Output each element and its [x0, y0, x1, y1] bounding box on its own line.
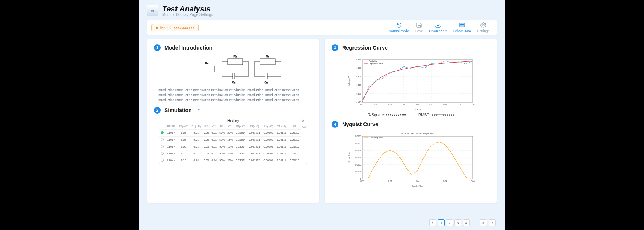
test-id-chip[interactable]: Test ID: xxxxxxxxxxx — [151, 24, 199, 31]
circuit-r3-label: R₃ — [266, 55, 269, 58]
row-radio[interactable] — [161, 131, 164, 134]
history-icon[interactable]: ↻ — [197, 108, 201, 113]
history-panel: History ✕ RMSER1(mΩ)C1(mF)R2C2R2C2R1(mΩ)… — [159, 117, 307, 164]
row-radio[interactable] — [161, 138, 164, 141]
rsq-value: xxxxxxxxxxx — [386, 113, 407, 117]
section-1-header: 1 Model Introduction — [154, 44, 312, 51]
page-button[interactable]: 4 — [463, 219, 470, 226]
svg-text:0.04: 0.04 — [388, 103, 392, 106]
app-title: Test Analysis — [162, 5, 213, 13]
rsq-label: R-Square: — [368, 113, 385, 117]
history-col-header: C2 — [301, 124, 307, 130]
section-1-number: 1 — [154, 44, 161, 51]
history-col-header: R2 — [202, 124, 210, 130]
svg-text:0.08: 0.08 — [416, 103, 419, 106]
select-data-button[interactable]: Select Data — [450, 22, 474, 33]
section-1-title: Model Introduction — [164, 45, 212, 51]
gear-icon — [480, 22, 486, 28]
svg-text:0.03: 0.03 — [388, 180, 392, 182]
nyquist-chart: 0.030.030.040.040.0400.00010.00020.00030… — [332, 131, 490, 188]
cards-row: 1 Model Introduction R₁ R₂ — [147, 39, 497, 203]
save-button[interactable]: Save — [412, 22, 426, 33]
history-col-header: RMSE — [165, 124, 177, 130]
section-4-number: 4 — [332, 121, 338, 128]
svg-text:0.12: 0.12 — [443, 103, 447, 106]
page-button[interactable]: 1 — [438, 219, 445, 226]
history-col-header: R1(mΩ) — [247, 124, 262, 130]
page-button[interactable]: 20 — [480, 219, 487, 226]
svg-text:0.525: 0.525 — [356, 76, 361, 78]
page-next-button[interactable]: › — [489, 219, 496, 226]
history-col-header: R1(mΩ) — [262, 124, 275, 130]
table-row[interactable]: 1.10e-40.050.010.050.0150%15%0.235040.00… — [159, 137, 307, 143]
svg-rect-0 — [460, 23, 464, 24]
svg-text:0.04: 0.04 — [443, 180, 447, 182]
svg-rect-2 — [460, 26, 464, 27]
svg-text:0.545: 0.545 — [356, 58, 361, 61]
svg-text:0.0005: 0.0005 — [355, 142, 361, 145]
table-row[interactable]: 4.10e-40.100.010.050.0150%23%0.235040.00… — [159, 150, 307, 157]
row-radio[interactable] — [161, 145, 164, 148]
section-2-header: 2 Simulation ↻ — [154, 107, 312, 114]
row-radio[interactable] — [161, 152, 164, 155]
circuit-c1-label: C₁ — [232, 80, 235, 84]
circuit-c2-label: C₂ — [264, 80, 268, 84]
svg-text:0.0006: 0.0006 — [355, 135, 361, 137]
rmse-value: xxxxxxxxxxxx — [431, 113, 454, 117]
rmse-label: RMSE: — [418, 113, 430, 117]
section-3-header: 3 Regression Curve — [332, 44, 490, 51]
regression-metrics: R-Square: xxxxxxxxxxx RMSE: xxxxxxxxxxxx — [332, 113, 490, 117]
svg-point-3 — [483, 24, 484, 26]
svg-text:0.505: 0.505 — [356, 93, 361, 95]
intro-text: Introduction Introduction Introduction I… — [154, 88, 312, 102]
settings-button[interactable]: Settings — [474, 22, 493, 33]
table-row[interactable]: 8.10e-40.100.240.050.2450%23%0.235040.00… — [159, 157, 307, 164]
app-logo-icon: ▤ — [147, 5, 158, 16]
svg-text:0.03: 0.03 — [360, 180, 364, 182]
svg-text:0.515: 0.515 — [356, 84, 361, 86]
history-col-header: R2 — [218, 124, 226, 130]
svg-text:0.14: 0.14 — [457, 103, 461, 106]
page-prev-button[interactable]: ‹ — [429, 219, 436, 226]
svg-text:0.535: 0.535 — [356, 67, 361, 69]
history-col-header: C2 — [210, 124, 218, 130]
history-title: History — [159, 117, 307, 124]
close-icon[interactable]: ✕ — [301, 119, 304, 123]
circuit-diagram: R₁ R₂ C₁ — [154, 54, 312, 84]
table-row[interactable]: 1.10e-40.050.010.050.0150%12%0.235040.00… — [159, 143, 307, 150]
regression-chart: 0.000.020.040.060.080.100.120.140.160.49… — [332, 54, 490, 111]
svg-text:ECM vs. EIS Curve Comparison: ECM vs. EIS Curve Comparison — [401, 132, 434, 135]
svg-text:Voltage (V): Voltage (V) — [348, 76, 350, 86]
section-3-number: 3 — [332, 44, 338, 51]
section-4-title: Nyquist Curve — [342, 121, 378, 127]
svg-text:0.16: 0.16 — [471, 103, 475, 106]
toolbar: Test ID: xxxxxxxxxxx Normal Mode Save Do… — [147, 20, 497, 35]
svg-text:ECM fitting curve: ECM fitting curve — [369, 137, 383, 139]
svg-rect-9 — [228, 59, 243, 65]
history-col-header: R1(mΩ) — [234, 124, 247, 130]
app-viewport: ▤ Test Analysis Monitor Display Page Set… — [139, 0, 505, 230]
svg-text:0.0004: 0.0004 — [355, 149, 361, 151]
svg-text:0.10: 0.10 — [429, 103, 433, 106]
svg-text:0.0002: 0.0002 — [355, 164, 361, 166]
svg-text:0.495: 0.495 — [356, 101, 361, 103]
table-row[interactable]: 1.10e-40.050.010.050.0150%23%0.235040.00… — [159, 130, 307, 137]
app-subtitle: Monitor Display Page Settings — [162, 13, 213, 17]
normal-mode-button[interactable]: Normal Mode — [386, 22, 412, 33]
circuit-r2-label: R₂ — [233, 55, 237, 58]
download-button[interactable]: Download ▾ — [426, 22, 450, 33]
section-2-number: 2 — [154, 107, 161, 114]
svg-rect-1 — [460, 25, 464, 26]
save-icon — [416, 22, 422, 28]
svg-rect-5 — [199, 66, 214, 72]
svg-text:0: 0 — [360, 178, 361, 180]
svg-text:Time (s): Time (s) — [414, 108, 421, 111]
svg-text:-Zimg / Ohm: -Zimg / Ohm — [348, 151, 350, 163]
page-button[interactable]: 3 — [454, 219, 461, 226]
svg-text:0.04: 0.04 — [416, 180, 419, 182]
row-radio[interactable] — [161, 159, 164, 162]
svg-text:0.0003: 0.0003 — [355, 156, 361, 159]
page-button[interactable]: 2 — [446, 219, 453, 226]
svg-text:0.00: 0.00 — [360, 103, 364, 106]
page-ellipsis: ··· — [471, 219, 478, 226]
